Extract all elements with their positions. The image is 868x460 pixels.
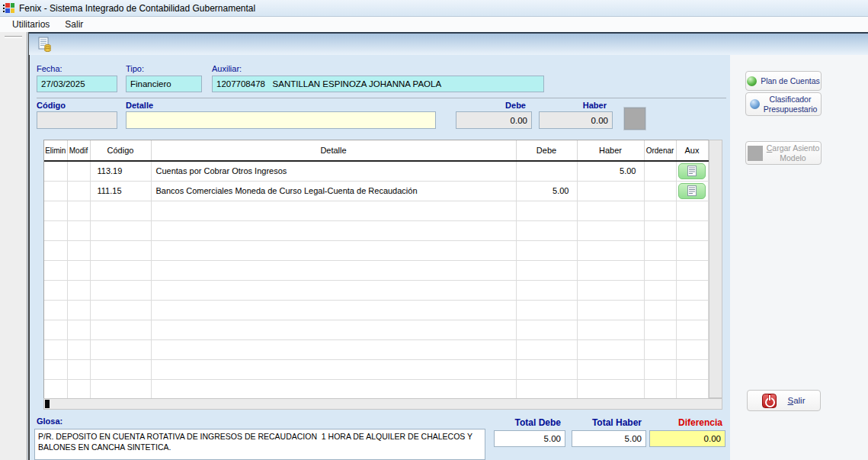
cell-elimin[interactable] — [44, 280, 67, 300]
cell-elimin[interactable] — [44, 300, 67, 320]
cell-modif[interactable] — [67, 181, 90, 201]
table-row[interactable] — [44, 379, 708, 399]
table-row[interactable] — [44, 359, 708, 379]
debe-input[interactable] — [456, 111, 532, 129]
cell-ordenar[interactable] — [644, 320, 676, 339]
cell-elimin[interactable] — [44, 379, 67, 399]
cell-detalle — [151, 260, 516, 280]
menu-utilitarios[interactable]: Utilitarios — [5, 18, 56, 31]
cell-modif[interactable] — [67, 339, 90, 359]
cell-debe — [516, 220, 577, 240]
haber-input[interactable] — [539, 111, 613, 129]
menu-bar: Utilitarios Salir — [0, 17, 868, 32]
cell-detalle — [151, 300, 516, 320]
cell-codigo — [90, 359, 151, 379]
cell-elimin[interactable] — [44, 220, 67, 240]
cell-codigo — [90, 201, 151, 220]
cell-codigo: 113.19 — [90, 161, 151, 181]
cell-modif[interactable] — [67, 220, 90, 240]
cell-detalle — [151, 359, 516, 379]
cell-modif[interactable] — [67, 320, 90, 339]
cell-ordenar[interactable] — [644, 280, 676, 300]
salir-button[interactable]: Salir — [747, 390, 821, 411]
cell-modif[interactable] — [67, 379, 90, 399]
add-entry-button[interactable] — [623, 107, 646, 130]
scrollbar-thumb[interactable] — [45, 400, 50, 408]
cell-elimin[interactable] — [44, 359, 67, 379]
cell-debe — [516, 320, 577, 339]
cell-ordenar[interactable] — [644, 260, 676, 280]
table-row[interactable] — [44, 339, 708, 359]
table-row[interactable] — [44, 260, 708, 280]
cell-elimin[interactable] — [44, 339, 67, 359]
cell-codigo — [90, 339, 151, 359]
cell-modif[interactable] — [67, 240, 90, 260]
table-row[interactable] — [44, 220, 708, 240]
cell-ordenar[interactable] — [644, 161, 676, 181]
table-row[interactable] — [44, 280, 708, 300]
header-detalle: Detalle — [151, 140, 516, 161]
plan-de-cuentas-button[interactable]: Plan de Cuentas — [745, 71, 822, 91]
clasificador-label-line1: Clasificador — [770, 95, 812, 104]
left-collapsed-panel[interactable] — [0, 32, 27, 460]
cell-ordenar[interactable] — [644, 359, 676, 379]
cell-modif[interactable] — [67, 359, 90, 379]
cell-ordenar[interactable] — [644, 240, 676, 260]
cell-aux — [676, 359, 708, 379]
cell-aux[interactable] — [676, 161, 708, 181]
codigo-input[interactable] — [37, 111, 117, 129]
cell-ordenar[interactable] — [644, 379, 676, 399]
cell-debe — [516, 161, 577, 181]
cell-modif[interactable] — [67, 161, 90, 181]
cargar-asiento-modelo-button[interactable]: Cargar Asiento Modelo — [745, 141, 822, 165]
cell-elimin[interactable] — [44, 320, 67, 339]
cell-debe: 5.00 — [516, 181, 577, 201]
cell-modif[interactable] — [67, 280, 90, 300]
auxiliar-input[interactable] — [212, 76, 544, 92]
horizontal-scrollbar[interactable] — [43, 398, 722, 410]
header-haber: Haber — [577, 140, 644, 161]
haber-label: Haber — [539, 101, 607, 110]
cell-modif[interactable] — [67, 260, 90, 280]
tipo-label: Tipo: — [126, 64, 144, 73]
cell-elimin[interactable] — [44, 240, 67, 260]
tipo-input[interactable] — [126, 76, 202, 92]
cell-ordenar[interactable] — [644, 220, 676, 240]
aux-button[interactable] — [678, 183, 706, 199]
cell-elimin[interactable] — [44, 201, 67, 220]
cell-modif[interactable] — [67, 300, 90, 320]
cell-haber — [577, 280, 644, 300]
cell-haber — [577, 201, 644, 220]
glosa-textarea[interactable]: P/R. DEPOSITO EN CUENTA ROTATIVA DE INGR… — [34, 429, 485, 460]
table-row[interactable]: 111.15Bancos Comerciales Moneda de Curso… — [44, 181, 708, 201]
header-debe: Debe — [516, 140, 577, 161]
form-separator — [37, 98, 726, 98]
cell-aux[interactable] — [676, 181, 708, 201]
note-icon — [687, 185, 697, 196]
new-entry-button[interactable] — [35, 35, 53, 53]
cell-ordenar[interactable] — [644, 181, 676, 201]
cell-elimin[interactable] — [44, 181, 67, 201]
cell-ordenar[interactable] — [644, 201, 676, 220]
splitter-grip[interactable] — [5, 36, 22, 38]
table-row[interactable] — [44, 240, 708, 260]
cell-ordenar[interactable] — [644, 339, 676, 359]
cell-elimin[interactable] — [44, 161, 67, 181]
aux-button[interactable] — [678, 163, 706, 179]
cell-debe — [516, 280, 577, 300]
table-row[interactable] — [44, 201, 708, 220]
table-row[interactable] — [44, 320, 708, 339]
grid-header-row: Elimin Modif Código Detalle Debe Haber O… — [44, 140, 708, 161]
table-row[interactable] — [44, 300, 708, 320]
plan-de-cuentas-label: Plan de Cuentas — [761, 76, 820, 85]
header-ordenar: Ordenar — [644, 140, 676, 161]
detalle-input[interactable] — [126, 111, 436, 129]
cell-modif[interactable] — [67, 201, 90, 220]
table-row[interactable]: 113.19Cuentas por Cobrar Otros Ingresos5… — [44, 161, 708, 181]
cell-elimin[interactable] — [44, 260, 67, 280]
cell-ordenar[interactable] — [644, 300, 676, 320]
fecha-input[interactable] — [37, 76, 117, 92]
clasificador-presupuestario-button[interactable]: Clasificador Presupuestario — [745, 92, 822, 116]
vertical-scrollbar[interactable] — [709, 140, 722, 398]
menu-salir[interactable]: Salir — [58, 18, 90, 31]
